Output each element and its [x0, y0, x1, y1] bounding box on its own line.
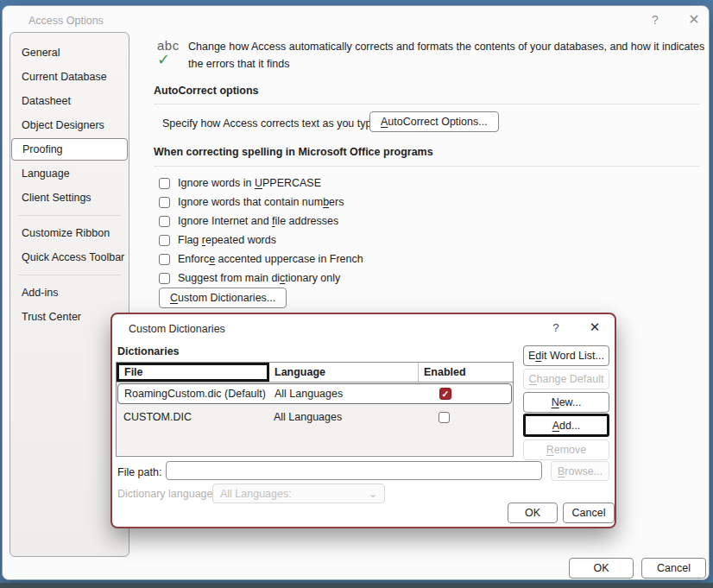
checkbox-row-enforce-french: Enforce accented uppercase in French — [159, 250, 363, 269]
new-button[interactable]: New... — [523, 392, 609, 413]
browse-button: Browse... — [551, 461, 609, 481]
checkbox-enabled-checked[interactable]: ✓ — [439, 388, 451, 400]
sidebar-item-client-settings[interactable]: Client Settings — [10, 186, 129, 210]
proofing-abc-icon: abc ✓ — [157, 39, 186, 66]
custom-dictionaries-button[interactable]: Custom Dictionaries... — [159, 288, 287, 308]
checkbox-label: Ignore words that contain numbers — [178, 196, 344, 208]
autocorrect-options-button[interactable]: AutoCorrect Options... — [369, 111, 499, 132]
dialog-help-icon[interactable]: ? — [547, 321, 565, 334]
dialog-close-icon[interactable]: ✕ — [585, 319, 604, 335]
edit-word-list-button[interactable]: Edit Word List... — [523, 345, 609, 366]
autocorrect-description: Specify how Access corrects text as you … — [162, 117, 377, 130]
close-icon[interactable]: ✕ — [685, 11, 704, 28]
sidebar-item-general[interactable]: General — [10, 41, 129, 65]
sidebar-item-customize-ribbon[interactable]: Customize Ribbon — [10, 221, 129, 245]
dialog-title: Custom Dictionaries — [129, 323, 225, 335]
checkbox-row-suggest-main: Suggest from main dictionary only — [159, 269, 363, 288]
column-header-file: File — [117, 363, 269, 382]
table-row-roamingcustom[interactable]: RoamingCustom.dic (Default) All Language… — [117, 383, 512, 404]
chevron-down-icon: ⌄ — [369, 490, 377, 498]
sidebar-item-proofing[interactable]: Proofing — [11, 138, 128, 161]
dialog-ok-button[interactable]: OK — [508, 503, 558, 523]
autocorrect-options-heading: AutoCorrect options — [154, 85, 259, 97]
checkbox-row-flag-repeated: Flag repeated words — [159, 231, 363, 250]
dictionary-language-dropdown: All Languages: ⌄ — [212, 484, 385, 503]
spelling-options-list: Ignore words in UPPERCASE Ignore words t… — [159, 174, 363, 288]
sidebar-item-object-designers[interactable]: Object Designers — [10, 113, 129, 137]
dropdown-value: All Languages: — [220, 488, 292, 500]
sidebar-divider — [18, 215, 121, 216]
checkbox-label: Ignore Internet and file addresses — [178, 215, 338, 227]
table-body: RoamingCustom.dic (Default) All Language… — [117, 383, 513, 455]
sidebar-item-language[interactable]: Language — [10, 161, 129, 186]
file-path-label: File path: — [117, 466, 161, 478]
sidebar-item-quick-access-toolbar[interactable]: Quick Access Toolbar — [10, 245, 129, 269]
sidebar-divider — [18, 275, 121, 275]
spelling-heading: When correcting spelling in Microsoft Of… — [154, 146, 433, 158]
column-header-language: Language — [269, 363, 419, 382]
dictionary-language-label: Dictionary language: — [117, 488, 216, 500]
table-row-custom-dic[interactable]: CUSTOM.DIC All Languages — [117, 407, 512, 427]
checkbox-row-ignore-uppercase: Ignore words in UPPERCASE — [159, 174, 363, 193]
cell-file: CUSTOM.DIC — [117, 411, 268, 423]
cell-file: RoamingCustom.dic (Default) — [118, 388, 269, 400]
remove-button: Remove — [523, 439, 609, 460]
ok-button[interactable]: OK — [569, 558, 634, 579]
table-header-row: File Language Enabled — [117, 363, 513, 383]
change-default-button: Change Default — [523, 369, 609, 389]
section-divider — [154, 166, 700, 167]
add-button[interactable]: Add... — [523, 414, 609, 437]
sidebar-item-add-ins[interactable]: Add-ins — [10, 281, 129, 305]
checkbox-label: Ignore words in UPPERCASE — [178, 177, 321, 189]
checkbox-label: Enforce accented uppercase in French — [178, 253, 363, 265]
help-icon[interactable]: ? — [647, 13, 664, 27]
custom-dictionaries-dialog: Custom Dictionaries ? ✕ Dictionaries Fil… — [110, 313, 616, 528]
sidebar-item-datasheet[interactable]: Datasheet — [10, 89, 129, 113]
cell-language: All Languages — [268, 411, 418, 423]
checkbox-label: Flag repeated words — [178, 234, 276, 246]
dictionaries-table: File Language Enabled RoamingCustom.dic … — [116, 362, 514, 457]
section-divider — [154, 104, 700, 104]
checkbox-ignore-numbers[interactable] — [159, 197, 170, 208]
checkbox-ignore-uppercase[interactable] — [159, 178, 170, 189]
desktop: { "icons": { "help": "?", "close": "✕", … — [0, 0, 713, 588]
proofing-description: Change how Access automatically corrects… — [188, 38, 707, 73]
dictionaries-label: Dictionaries — [117, 345, 180, 357]
cell-language: All Languages — [269, 388, 419, 400]
green-check-icon: ✓ — [157, 53, 186, 66]
checkbox-label: Suggest from main dictionary only — [178, 272, 340, 284]
cancel-button[interactable]: Cancel — [641, 558, 706, 579]
checkbox-enabled-unchecked[interactable] — [439, 412, 450, 423]
checkbox-row-ignore-internet: Ignore Internet and file addresses — [159, 212, 363, 231]
file-path-input[interactable] — [166, 461, 542, 480]
checkbox-enforce-french[interactable] — [159, 254, 170, 265]
desktop-bottom-strip — [0, 583, 713, 588]
column-header-enabled: Enabled — [419, 363, 513, 382]
checkbox-suggest-main[interactable] — [159, 273, 170, 284]
sidebar-item-current-database[interactable]: Current Database — [10, 65, 129, 89]
checkbox-ignore-internet[interactable] — [159, 216, 170, 227]
checkbox-flag-repeated[interactable] — [159, 235, 170, 246]
window-title: Access Options — [28, 15, 104, 27]
dialog-cancel-button[interactable]: Cancel — [563, 503, 615, 523]
checkbox-row-ignore-numbers: Ignore words that contain numbers — [159, 193, 363, 212]
